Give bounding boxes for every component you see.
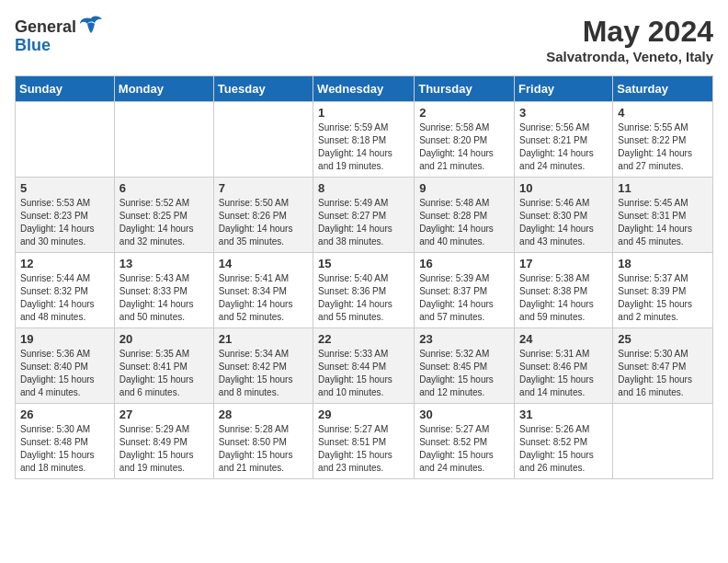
day-number: 28 — [219, 408, 308, 421]
day-number: 22 — [318, 332, 409, 346]
day-number: 5 — [20, 181, 109, 195]
day-info: Sunrise: 5:41 AM Sunset: 8:34 PM Dayligh… — [219, 272, 308, 324]
day-number: 9 — [419, 181, 509, 195]
calendar-day-cell: 10Sunrise: 5:46 AM Sunset: 8:30 PM Dayli… — [515, 178, 613, 253]
day-number: 19 — [20, 332, 109, 346]
column-header-monday: Monday — [114, 76, 213, 102]
calendar-day-cell: 8Sunrise: 5:49 AM Sunset: 8:27 PM Daylig… — [313, 178, 415, 253]
calendar-day-cell: 9Sunrise: 5:48 AM Sunset: 8:28 PM Daylig… — [415, 178, 515, 253]
calendar-day-cell: 16Sunrise: 5:39 AM Sunset: 8:37 PM Dayli… — [415, 253, 515, 328]
day-number: 11 — [618, 181, 708, 195]
calendar-week-row: 5Sunrise: 5:53 AM Sunset: 8:23 PM Daylig… — [16, 178, 713, 253]
calendar-empty-cell — [213, 102, 313, 178]
calendar-day-cell: 11Sunrise: 5:45 AM Sunset: 8:31 PM Dayli… — [613, 178, 713, 253]
calendar-day-cell: 20Sunrise: 5:35 AM Sunset: 8:41 PM Dayli… — [114, 328, 213, 404]
day-number: 16 — [419, 257, 509, 270]
calendar-day-cell: 19Sunrise: 5:36 AM Sunset: 8:40 PM Dayli… — [16, 328, 115, 404]
day-info: Sunrise: 5:39 AM Sunset: 8:37 PM Dayligh… — [419, 272, 509, 324]
column-header-sunday: Sunday — [16, 76, 115, 102]
day-number: 6 — [119, 181, 209, 195]
logo-general: General — [15, 17, 76, 37]
calendar-day-cell: 6Sunrise: 5:52 AM Sunset: 8:25 PM Daylig… — [114, 178, 213, 253]
calendar-empty-cell — [16, 102, 115, 178]
day-info: Sunrise: 5:26 AM Sunset: 8:52 PM Dayligh… — [519, 423, 608, 475]
day-number: 2 — [419, 106, 509, 120]
column-header-thursday: Thursday — [415, 76, 515, 102]
calendar-day-cell: 5Sunrise: 5:53 AM Sunset: 8:23 PM Daylig… — [16, 178, 115, 253]
day-info: Sunrise: 5:27 AM Sunset: 8:51 PM Dayligh… — [318, 423, 409, 475]
day-info: Sunrise: 5:44 AM Sunset: 8:32 PM Dayligh… — [20, 272, 109, 324]
day-info: Sunrise: 5:40 AM Sunset: 8:36 PM Dayligh… — [318, 272, 409, 324]
calendar-day-cell: 21Sunrise: 5:34 AM Sunset: 8:42 PM Dayli… — [213, 328, 313, 404]
column-header-wednesday: Wednesday — [313, 76, 415, 102]
calendar-week-row: 19Sunrise: 5:36 AM Sunset: 8:40 PM Dayli… — [16, 328, 713, 404]
calendar-day-cell: 3Sunrise: 5:56 AM Sunset: 8:21 PM Daylig… — [515, 102, 613, 178]
calendar-day-cell: 7Sunrise: 5:50 AM Sunset: 8:26 PM Daylig… — [213, 178, 313, 253]
calendar-day-cell: 30Sunrise: 5:27 AM Sunset: 8:52 PM Dayli… — [415, 404, 515, 479]
calendar-empty-cell — [114, 102, 213, 178]
day-info: Sunrise: 5:43 AM Sunset: 8:33 PM Dayligh… — [119, 272, 209, 324]
calendar-day-cell: 25Sunrise: 5:30 AM Sunset: 8:47 PM Dayli… — [613, 328, 713, 404]
day-number: 30 — [419, 408, 509, 421]
calendar-empty-cell — [613, 404, 713, 479]
day-number: 26 — [20, 408, 109, 421]
day-info: Sunrise: 5:34 AM Sunset: 8:42 PM Dayligh… — [219, 348, 308, 399]
day-number: 7 — [219, 181, 308, 195]
day-number: 13 — [119, 257, 209, 270]
day-info: Sunrise: 5:29 AM Sunset: 8:49 PM Dayligh… — [119, 423, 209, 475]
day-info: Sunrise: 5:38 AM Sunset: 8:38 PM Dayligh… — [519, 272, 608, 324]
logo: General Blue — [15, 15, 104, 55]
day-number: 10 — [519, 181, 608, 195]
calendar-day-cell: 15Sunrise: 5:40 AM Sunset: 8:36 PM Dayli… — [313, 253, 415, 328]
day-info: Sunrise: 5:27 AM Sunset: 8:52 PM Dayligh… — [419, 423, 509, 475]
day-number: 31 — [519, 408, 608, 421]
page-header: General Blue May 2024 Salvatronda, Venet… — [15, 15, 713, 64]
calendar-day-cell: 1Sunrise: 5:59 AM Sunset: 8:18 PM Daylig… — [313, 102, 415, 178]
day-number: 12 — [20, 257, 109, 270]
day-number: 1 — [318, 106, 409, 120]
day-number: 24 — [519, 332, 608, 346]
title-block: May 2024 Salvatronda, Veneto, Italy — [546, 15, 713, 64]
day-info: Sunrise: 5:30 AM Sunset: 8:47 PM Dayligh… — [618, 348, 708, 399]
day-number: 27 — [119, 408, 209, 421]
day-info: Sunrise: 5:48 AM Sunset: 8:28 PM Dayligh… — [419, 197, 509, 248]
day-number: 29 — [318, 408, 409, 421]
calendar-day-cell: 13Sunrise: 5:43 AM Sunset: 8:33 PM Dayli… — [114, 253, 213, 328]
day-number: 4 — [618, 106, 708, 120]
day-info: Sunrise: 5:35 AM Sunset: 8:41 PM Dayligh… — [119, 348, 209, 399]
calendar-week-row: 12Sunrise: 5:44 AM Sunset: 8:32 PM Dayli… — [16, 253, 713, 328]
calendar-day-cell: 17Sunrise: 5:38 AM Sunset: 8:38 PM Dayli… — [515, 253, 613, 328]
day-info: Sunrise: 5:31 AM Sunset: 8:46 PM Dayligh… — [519, 348, 608, 399]
day-info: Sunrise: 5:33 AM Sunset: 8:44 PM Dayligh… — [318, 348, 409, 399]
calendar-week-row: 1Sunrise: 5:59 AM Sunset: 8:18 PM Daylig… — [16, 102, 713, 178]
calendar-day-cell: 14Sunrise: 5:41 AM Sunset: 8:34 PM Dayli… — [213, 253, 313, 328]
day-number: 25 — [618, 332, 708, 346]
calendar-day-cell: 4Sunrise: 5:55 AM Sunset: 8:22 PM Daylig… — [613, 102, 713, 178]
day-number: 20 — [119, 332, 209, 346]
calendar-day-cell: 31Sunrise: 5:26 AM Sunset: 8:52 PM Dayli… — [515, 404, 613, 479]
day-info: Sunrise: 5:59 AM Sunset: 8:18 PM Dayligh… — [318, 121, 409, 173]
day-info: Sunrise: 5:45 AM Sunset: 8:31 PM Dayligh… — [618, 197, 708, 248]
day-info: Sunrise: 5:36 AM Sunset: 8:40 PM Dayligh… — [20, 348, 109, 399]
day-number: 15 — [318, 257, 409, 270]
calendar-day-cell: 28Sunrise: 5:28 AM Sunset: 8:50 PM Dayli… — [213, 404, 313, 479]
calendar-day-cell: 2Sunrise: 5:58 AM Sunset: 8:20 PM Daylig… — [415, 102, 515, 178]
day-info: Sunrise: 5:30 AM Sunset: 8:48 PM Dayligh… — [20, 423, 109, 475]
column-header-saturday: Saturday — [613, 76, 713, 102]
calendar-day-cell: 24Sunrise: 5:31 AM Sunset: 8:46 PM Dayli… — [515, 328, 613, 404]
calendar-day-cell: 23Sunrise: 5:32 AM Sunset: 8:45 PM Dayli… — [415, 328, 515, 404]
day-info: Sunrise: 5:52 AM Sunset: 8:25 PM Dayligh… — [119, 197, 209, 248]
calendar-day-cell: 29Sunrise: 5:27 AM Sunset: 8:51 PM Dayli… — [313, 404, 415, 479]
calendar-header-row: SundayMondayTuesdayWednesdayThursdayFrid… — [16, 76, 713, 102]
day-info: Sunrise: 5:56 AM Sunset: 8:21 PM Dayligh… — [519, 121, 608, 173]
calendar-table: SundayMondayTuesdayWednesdayThursdayFrid… — [15, 75, 713, 479]
day-number: 17 — [519, 257, 608, 270]
month-title: May 2024 — [546, 15, 713, 49]
day-number: 21 — [219, 332, 308, 346]
day-info: Sunrise: 5:49 AM Sunset: 8:27 PM Dayligh… — [318, 197, 409, 248]
column-header-friday: Friday — [515, 76, 613, 102]
day-info: Sunrise: 5:55 AM Sunset: 8:22 PM Dayligh… — [618, 121, 708, 173]
day-number: 14 — [219, 257, 308, 270]
day-info: Sunrise: 5:50 AM Sunset: 8:26 PM Dayligh… — [219, 197, 308, 248]
day-number: 23 — [419, 332, 509, 346]
